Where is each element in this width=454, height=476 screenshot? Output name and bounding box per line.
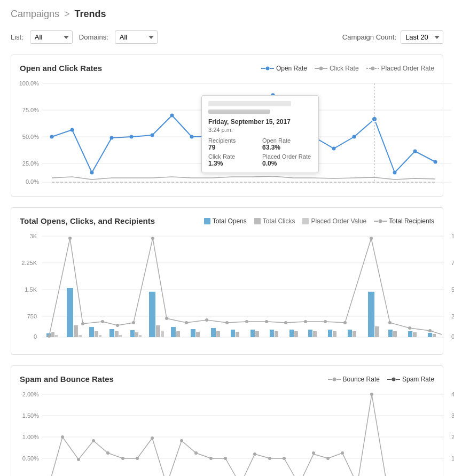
open-rate-dot bbox=[353, 135, 356, 139]
chart2-area: 3K 2.25K 1.5K 750 0 10K 7.5K 5K 2.5K 0 bbox=[20, 232, 434, 346]
open-rate-dot bbox=[50, 135, 54, 139]
svg-text:100.00%: 100.00% bbox=[451, 455, 454, 462]
bounce-dot bbox=[180, 439, 183, 442]
bounce-rate-legend-icon bbox=[328, 377, 341, 382]
svg-point-0 bbox=[265, 66, 269, 70]
bar-clicks bbox=[393, 331, 397, 337]
spam-bounce-rates-chart: Spam and Bounce Rates Bounce Rate Spam R… bbox=[11, 365, 443, 476]
bar-clicks bbox=[294, 331, 298, 337]
chart1-legend: Open Rate Click Rate Placed Order Rate bbox=[261, 65, 434, 72]
bar-clicks bbox=[176, 331, 180, 337]
svg-text:0: 0 bbox=[34, 333, 37, 340]
recipients-dot bbox=[151, 237, 154, 240]
breadcrumb: Campaigns > Trends bbox=[11, 9, 443, 20]
bar-clicks bbox=[275, 331, 278, 337]
bounce-rate-legend-label: Bounce Rate bbox=[343, 376, 380, 383]
svg-point-3 bbox=[319, 66, 323, 70]
chart1-tooltip: Friday, September 15, 2017 3:24 p.m. Rec… bbox=[201, 95, 319, 173]
campaign-count-select[interactable]: Last 20 Last 10 Last 30 bbox=[401, 30, 443, 44]
svg-text:1.5K: 1.5K bbox=[25, 286, 37, 293]
campaign-count-filter: Campaign Count: Last 20 Last 10 Last 30 bbox=[342, 30, 443, 44]
total-clicks-legend-icon bbox=[254, 218, 261, 224]
placed-order-value-legend-icon bbox=[302, 218, 309, 224]
open-rate-dot bbox=[190, 135, 194, 139]
filters-bar: List: All Domains: All Campaign Count: L… bbox=[11, 30, 443, 44]
recipients-dot bbox=[48, 334, 51, 338]
bounce-rate-line bbox=[49, 394, 444, 476]
bar-opens bbox=[348, 330, 352, 337]
recipients-dot bbox=[265, 320, 268, 323]
domains-filter-select[interactable]: All bbox=[115, 30, 158, 44]
svg-point-40 bbox=[392, 377, 395, 381]
legend-open-rate: Open Rate bbox=[261, 65, 307, 72]
open-rate-dot bbox=[170, 114, 174, 118]
chart2-header: Total Opens, Clicks, and Recipients Tota… bbox=[20, 216, 434, 225]
bar-opens bbox=[171, 327, 176, 337]
recipients-dot bbox=[81, 322, 84, 325]
bar-opens-tall bbox=[67, 288, 73, 337]
campaign-count-label: Campaign Count: bbox=[342, 33, 396, 41]
list-filter-label: List: bbox=[11, 33, 24, 41]
svg-text:25.0%: 25.0% bbox=[22, 160, 39, 167]
bounce-dot bbox=[121, 457, 124, 460]
total-opens-legend-label: Total Opens bbox=[213, 217, 247, 225]
total-opens-clicks-recipients-chart: Total Opens, Clicks, and Recipients Tota… bbox=[11, 207, 443, 355]
bounce-dot bbox=[92, 439, 95, 442]
bar-clicks bbox=[115, 331, 119, 337]
bar-opens bbox=[231, 330, 235, 337]
svg-text:5K: 5K bbox=[451, 286, 454, 293]
spam-rate-legend-icon bbox=[387, 377, 400, 382]
chart3-title: Spam and Bounce Rates bbox=[20, 374, 328, 384]
chart2-title: Total Opens, Clicks, and Recipients bbox=[20, 216, 204, 225]
legend-total-recipients: Total Recipients bbox=[374, 217, 434, 225]
placed-order-rate-legend-icon bbox=[366, 66, 379, 71]
list-filter-select[interactable]: All bbox=[30, 30, 73, 44]
open-rate-dot bbox=[110, 136, 114, 140]
chart3-header: Spam and Bounce Rates Bounce Rate Spam R… bbox=[20, 374, 434, 384]
bar-opens bbox=[408, 331, 412, 337]
breadcrumb-current: Trends bbox=[75, 9, 106, 19]
svg-text:2.5K: 2.5K bbox=[451, 313, 454, 319]
bar-clicks bbox=[51, 332, 54, 337]
recipients-dot bbox=[68, 237, 72, 240]
tooltip-open-rate: Open Rate 63.3% bbox=[262, 137, 312, 151]
bounce-dot bbox=[151, 436, 154, 440]
bounce-dot bbox=[253, 452, 256, 456]
recipients-dot bbox=[408, 326, 411, 330]
bar-opens bbox=[289, 330, 294, 337]
recipients-dot bbox=[116, 324, 119, 327]
bar-opens bbox=[251, 330, 255, 337]
tooltip-date: Friday, September 15, 2017 bbox=[208, 118, 312, 126]
open-rate-legend-label: Open Rate bbox=[276, 65, 307, 72]
recipients-dot bbox=[284, 321, 287, 324]
svg-text:50.0%: 50.0% bbox=[22, 134, 39, 140]
bar-opens-tall3 bbox=[368, 292, 374, 337]
open-rate-dot bbox=[71, 128, 74, 132]
breadcrumb-separator: > bbox=[64, 9, 70, 19]
svg-point-19 bbox=[379, 219, 382, 223]
svg-text:3K: 3K bbox=[30, 233, 37, 239]
domains-filter-label: Domains: bbox=[79, 33, 108, 41]
recipients-dot bbox=[185, 321, 188, 324]
bounce-dot bbox=[341, 451, 344, 455]
breadcrumb-parent[interactable]: Campaigns bbox=[11, 9, 59, 19]
placed-order-value-legend-label: Placed Order Value bbox=[311, 217, 366, 225]
svg-text:400.00%: 400.00% bbox=[451, 391, 454, 397]
chart1-header: Open and Click Rates Open Rate Click Rat… bbox=[20, 64, 434, 73]
recipients-dot bbox=[101, 320, 104, 323]
recipients-dot bbox=[245, 320, 248, 323]
svg-text:1.50%: 1.50% bbox=[22, 412, 39, 419]
svg-text:100.0%: 100.0% bbox=[19, 80, 40, 87]
svg-text:0: 0 bbox=[451, 333, 454, 340]
svg-text:1.00%: 1.00% bbox=[22, 434, 39, 440]
click-rate-legend-icon bbox=[315, 66, 327, 71]
tooltip-click-rate: Click Rate 1.3% bbox=[208, 153, 258, 167]
open-click-rates-chart: Open and Click Rates Open Rate Click Rat… bbox=[11, 54, 443, 197]
bar-opens bbox=[191, 329, 195, 337]
placed-order-rate-legend-label: Placed Order Rate bbox=[381, 65, 434, 72]
bar-opens-tall2 bbox=[149, 292, 155, 337]
recipients-dot bbox=[388, 321, 392, 324]
tooltip-grid: Recipients 79 Open Rate 63.3% Click Rate… bbox=[208, 137, 312, 167]
bar-clicks bbox=[353, 331, 356, 337]
bar-clicks bbox=[375, 326, 379, 337]
